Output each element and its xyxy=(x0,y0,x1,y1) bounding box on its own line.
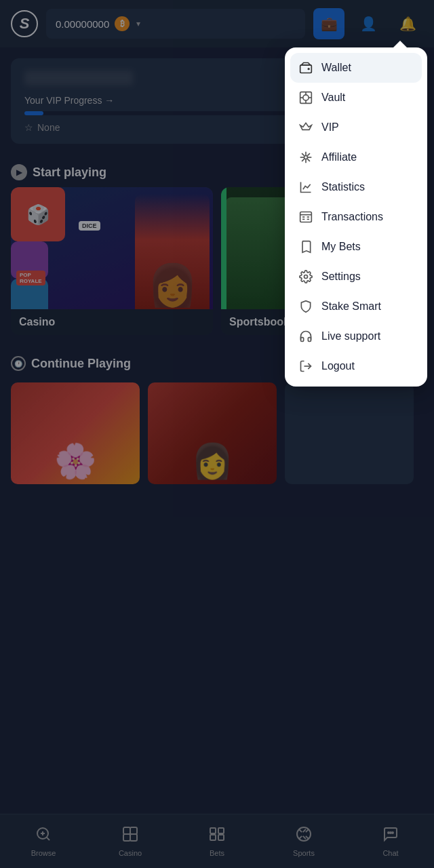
vip-menu-icon xyxy=(298,120,313,135)
wallet-menu-label: Wallet xyxy=(321,62,351,74)
svg-line-15 xyxy=(307,153,310,156)
live-support-menu-label: Live support xyxy=(321,330,380,342)
vault-menu-icon xyxy=(298,90,313,105)
settings-menu-label: Settings xyxy=(321,271,361,283)
svg-point-3 xyxy=(303,95,309,100)
menu-item-logout[interactable]: Logout xyxy=(285,351,427,381)
svg-rect-0 xyxy=(300,65,312,73)
svg-line-13 xyxy=(302,153,304,156)
menu-item-transactions[interactable]: Transactions xyxy=(285,202,427,232)
my-bets-menu-icon xyxy=(298,239,313,254)
wallet-menu-icon xyxy=(298,60,313,75)
live-support-menu-icon xyxy=(298,329,313,344)
menu-item-stake-smart[interactable]: Stake Smart xyxy=(285,292,427,321)
logout-menu-label: Logout xyxy=(321,360,355,372)
affiliate-menu-label: Affiliate xyxy=(321,151,357,163)
svg-line-16 xyxy=(302,159,304,161)
logout-menu-icon xyxy=(298,359,313,374)
dropdown-menu: Wallet Vault VIP xyxy=(285,47,427,387)
statistics-menu-label: Statistics xyxy=(321,181,365,193)
settings-menu-icon xyxy=(298,269,313,284)
menu-item-affiliate[interactable]: Affiliate xyxy=(285,142,427,172)
stake-smart-menu-icon xyxy=(298,299,313,314)
svg-point-23 xyxy=(304,275,308,279)
svg-point-8 xyxy=(304,156,308,159)
menu-item-settings[interactable]: Settings xyxy=(285,262,427,292)
menu-item-live-support[interactable]: Live support xyxy=(285,321,427,351)
my-bets-menu-label: My Bets xyxy=(321,241,361,253)
transactions-menu-icon xyxy=(298,210,313,224)
menu-item-wallet[interactable]: Wallet xyxy=(290,53,422,83)
menu-item-vip[interactable]: VIP xyxy=(285,113,427,142)
svg-line-14 xyxy=(307,159,310,161)
svg-point-1 xyxy=(308,68,310,70)
menu-item-vault[interactable]: Vault xyxy=(285,83,427,113)
stake-smart-menu-label: Stake Smart xyxy=(321,300,381,313)
svg-rect-17 xyxy=(300,212,312,222)
transactions-menu-label: Transactions xyxy=(321,211,383,223)
vault-menu-label: Vault xyxy=(321,92,345,104)
affiliate-menu-icon xyxy=(298,150,313,165)
vip-menu-label: VIP xyxy=(321,121,339,134)
menu-item-my-bets[interactable]: My Bets xyxy=(285,232,427,262)
menu-item-statistics[interactable]: Statistics xyxy=(285,172,427,202)
statistics-menu-icon xyxy=(298,180,313,195)
